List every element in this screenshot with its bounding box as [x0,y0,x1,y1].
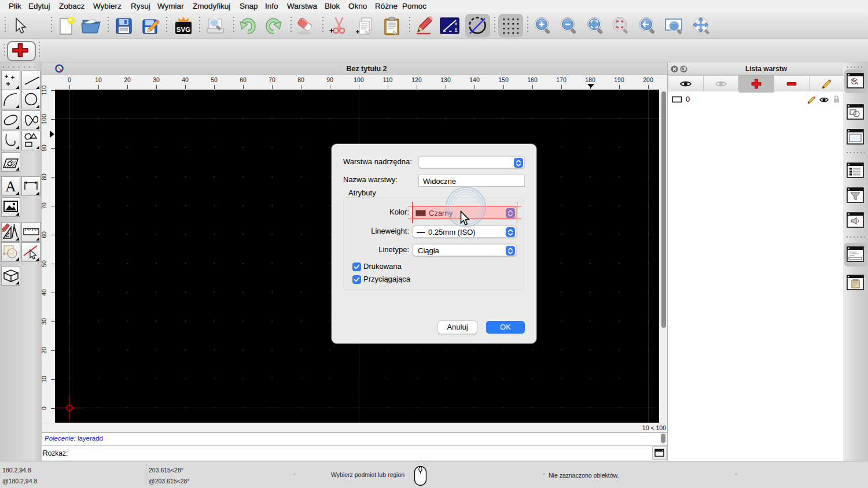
svg-text:SVG: SVG [176,26,190,33]
svg-text:A: A [5,178,16,195]
